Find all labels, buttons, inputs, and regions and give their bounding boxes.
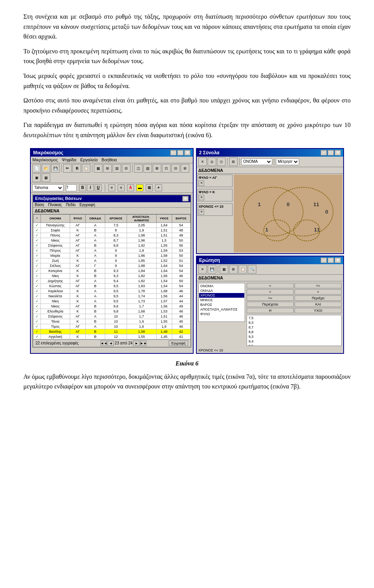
inner-menu-pedio[interactable]: Πεδίο: [66, 203, 76, 207]
menu-voitheia[interactable]: Βοήθεια: [102, 157, 117, 162]
venn-close[interactable]: ✕: [335, 150, 341, 155]
next-page-btn[interactable]: ►►: [140, 341, 146, 346]
maximize-button[interactable]: □: [177, 150, 183, 155]
table-row[interactable]: ✓ΣοφίαΚΒ81,91,5148: [34, 228, 191, 233]
table-row[interactable]: ✓ΖωήΚΑ91,851,5251: [34, 258, 191, 263]
query-field-item[interactable]: ΟΝΟΜΑ: [199, 284, 244, 288]
tb-btn-8[interactable]: ⊡: [162, 164, 171, 173]
border-btn[interactable]: ⊞: [146, 184, 153, 191]
minimize-button[interactable]: ─: [170, 150, 176, 155]
underline-button[interactable]: U: [95, 184, 102, 191]
table-row[interactable]: ✓ΝίκοςΑΓΑ8,71,961,550: [34, 238, 191, 243]
prev-btn[interactable]: ◄: [108, 341, 114, 346]
venn-select-2[interactable]: Μέτρηση: [276, 158, 299, 165]
query-value-item[interactable]: 9,5: [247, 344, 341, 346]
close-button[interactable]: ✕: [184, 150, 191, 155]
query-field-item[interactable]: ΜΗΚΟΣ: [199, 298, 244, 302]
operator-button[interactable]: Περιέχει: [295, 295, 342, 301]
operator-button[interactable]: <=: [295, 283, 342, 288]
query-value-item[interactable]: 9,4: [247, 339, 341, 344]
inner-menu-engrafh[interactable]: Εγγραφή: [79, 203, 95, 207]
venn-win-controls[interactable]: ─ □ ✕: [321, 150, 341, 155]
table-row[interactable]: ✓ΚώσταςΑΓΒ9,51,831,5454: [34, 283, 191, 288]
open-btn[interactable]: 📂: [42, 164, 50, 173]
inner-win-controls[interactable]: ✕: [182, 196, 189, 201]
menu-psifida[interactable]: Ψηφίδα: [62, 157, 76, 162]
operator-button[interactable]: ΥΧΟΙ: [295, 308, 342, 313]
more-btn[interactable]: +: [155, 184, 162, 191]
venn-select-1[interactable]: ΟΝΟΜΑ: [241, 158, 272, 165]
bold-button[interactable]: B: [79, 184, 86, 191]
operator-button[interactable]: >: [295, 289, 342, 295]
table-row[interactable]: ✓ΣτέφανοςΑΓΑ101,71,5146: [34, 314, 191, 319]
query-value-item[interactable]: 8,8: [247, 330, 341, 334]
query-tb1[interactable]: ✕: [198, 265, 207, 274]
table-row[interactable]: ✓ΣτέφανοςΑΓΒ8,81,921,5556: [34, 243, 191, 248]
table-row[interactable]: ✓ΑγγελικήΚΒ121,551,4541: [34, 334, 191, 339]
tb-btn-10[interactable]: ⊞: [181, 164, 189, 173]
new-btn[interactable]: 📄: [32, 164, 41, 173]
table-row[interactable]: ✓ΣτέλιοςΑΓΓ91,881,6454: [34, 263, 191, 268]
query-win-controls[interactable]: ─ □ ✕: [321, 258, 341, 263]
filter-close-2[interactable]: ✕: [199, 195, 204, 200]
table-row[interactable]: ✓ΠάνοςΑΓΑ8,31,981,5148: [34, 233, 191, 238]
table-row[interactable]: ✓ΝίκηΚΑ9,51,731,5744: [34, 298, 191, 304]
tb-btn-6[interactable]: ▧: [143, 164, 152, 173]
venn-tb4[interactable]: ⊞: [229, 157, 238, 166]
venn-tb3[interactable]: ◷: [217, 157, 226, 166]
table-row[interactable]: ✓ΤάνιαΚΒ101,61,5545: [34, 319, 191, 324]
tb-btn-1[interactable]: ▦: [94, 164, 102, 173]
query-close[interactable]: ✕: [335, 258, 341, 263]
query-minimize[interactable]: ─: [321, 258, 327, 263]
paste-btn[interactable]: 📋: [82, 164, 90, 173]
query-field-item[interactable]: ΦΥΛΟ: [199, 312, 244, 316]
inner-menu-pinakas[interactable]: Πίνακας: [48, 203, 62, 207]
operator-button[interactable]: >=: [247, 295, 294, 301]
menu-mikrokosmos[interactable]: Μικρόκοσμος: [32, 157, 58, 162]
copy-btn[interactable]: ⎘: [72, 164, 81, 173]
align-left-btn[interactable]: ≡: [108, 184, 115, 191]
font-size-input[interactable]: [66, 184, 77, 191]
menu-ergaleia[interactable]: Εργαλεία: [80, 157, 98, 162]
add-record-btn[interactable]: Εγγραφή: [169, 341, 188, 346]
tb-btn-9[interactable]: ⊟: [171, 164, 180, 173]
table-row[interactable]: ✓ΠαναγιώτηςΑΓΑ7,52,051,6454: [34, 222, 191, 228]
tb-btn-12[interactable]: ▦: [42, 173, 50, 182]
table-row[interactable]: ✓ΧαρίκλειαΚΑ9,51,781,6846: [34, 288, 191, 293]
tb-btn-4[interactable]: ⊟: [122, 164, 131, 173]
query-field-item[interactable]: ΧΡΟΝΟΣ: [199, 293, 244, 298]
venn-tb1[interactable]: ✕: [198, 157, 207, 166]
query-value-item[interactable]: 8,3: [247, 320, 341, 325]
table-row[interactable]: ✓ΜαρίαΚΑ91,861,5850: [34, 253, 191, 258]
table-row[interactable]: ✓ΕλευθερίαΚΒ9,81,681,5346: [34, 309, 191, 314]
query-value-item[interactable]: 7,5: [247, 316, 341, 320]
data-table-container[interactable]: * ΟΝΟΜΑ ΦΥΛΟ ΟΜΑΔΑ ΧΡΟΝΟΣ ΑΠΟΣΤΑΣΗ_ΑΛΜΑΤ…: [33, 214, 191, 339]
table-row[interactable]: ✓ΒασίληςΑΓΒ111,581,4842: [34, 329, 191, 334]
table-row[interactable]: ✓ΝίκοςΑΓΒ9,61,71,5649: [34, 304, 191, 309]
save-btn[interactable]: 💾: [51, 164, 60, 173]
tb-btn-5[interactable]: ◫: [134, 164, 143, 173]
highlight-btn[interactable]: ▬: [136, 184, 143, 191]
query-value-item[interactable]: 9,3: [247, 334, 341, 339]
venn-maximize[interactable]: □: [328, 150, 334, 155]
table-row[interactable]: ✓ΠέτροςΑΓΑ91,91,5953: [34, 248, 191, 253]
venn-minimize[interactable]: ─: [321, 150, 327, 155]
filter-close-3[interactable]: ✕: [199, 209, 204, 215]
query-tb5[interactable]: 📋: [238, 265, 247, 274]
font-select[interactable]: Tahoma: [32, 184, 64, 191]
next-btn[interactable]: ►: [133, 341, 139, 346]
table-row[interactable]: ✓ΝίκηΚΒ9,31,821,5646: [34, 273, 191, 278]
query-maximize[interactable]: □: [328, 258, 334, 263]
query-tb6[interactable]: 🔍: [248, 265, 256, 274]
operator-button[interactable]: ΚΑΙ: [295, 302, 342, 307]
query-value-list[interactable]: 7,58,38,78,89,39,49,59,6: [247, 315, 342, 346]
query-field-item[interactable]: ΟΜΑΔΑ: [199, 288, 244, 293]
query-value-item[interactable]: 8,7: [247, 325, 341, 330]
filter-close-1[interactable]: ✕: [199, 180, 204, 186]
query-tb2[interactable]: 💾: [208, 265, 216, 274]
tb-btn-11[interactable]: ▣: [32, 173, 41, 182]
align-center-btn[interactable]: ≡: [118, 184, 125, 191]
tb-btn-7[interactable]: ⊠: [153, 164, 161, 173]
tb-btn-2[interactable]: ⊞: [103, 164, 112, 173]
tb-btn-3[interactable]: ▤: [113, 164, 121, 173]
